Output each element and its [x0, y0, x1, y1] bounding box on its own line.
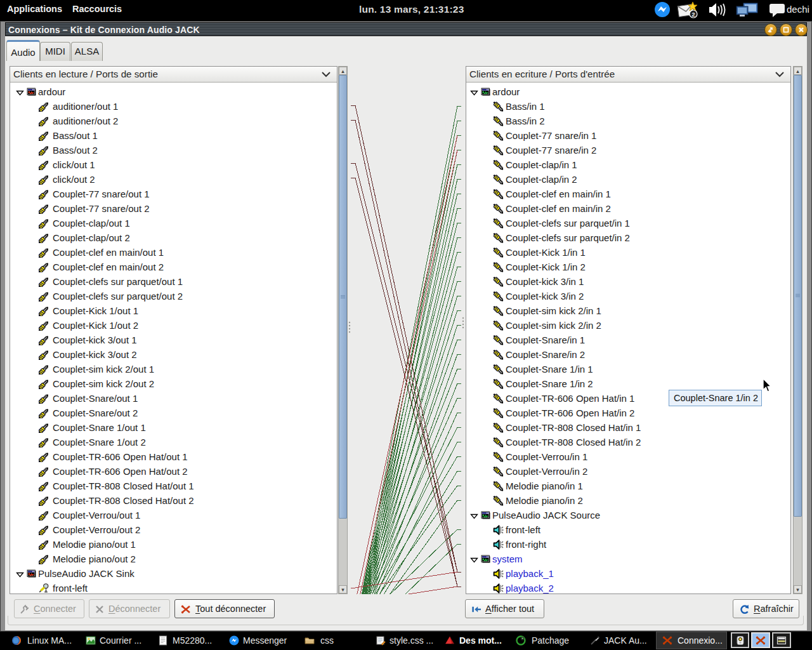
svg-text:2: 2: [691, 11, 695, 18]
